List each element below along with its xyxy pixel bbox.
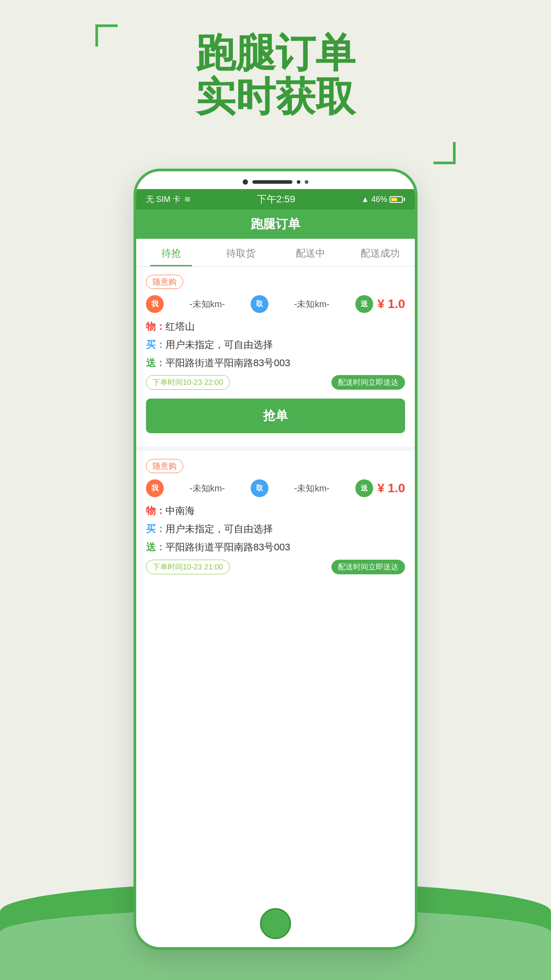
order-time-badge-1: 下单时间10-23 22:00: [146, 375, 230, 390]
carrier-text: 无 SIM 卡: [146, 194, 181, 205]
phone-speaker: [252, 180, 292, 184]
battery-icon: [390, 196, 405, 203]
route-distance2-1: -未知km-: [273, 298, 351, 310]
tab-bar[interactable]: 待抢 待取货 配送中 配送成功: [136, 239, 415, 267]
grab-btn-1[interactable]: 抢单: [146, 399, 405, 433]
location-icon: ▲: [361, 195, 369, 204]
goods-value-2: 中南海: [165, 504, 405, 518]
phone-notch: [136, 171, 415, 189]
route-distance2-2: -未知km-: [273, 482, 351, 494]
buy-value-2: 用户未指定，可自由选择: [165, 522, 405, 536]
order-list: 随意购 我 -未知km- 取 -未知km- 送 ¥ 1.0 物： 红塔山: [136, 267, 415, 593]
order-tag-1: 随意购: [146, 275, 183, 289]
status-right: ▲ 46%: [361, 195, 405, 204]
tab-delivering[interactable]: 配送中: [276, 239, 345, 266]
hero-title-line2: 实时获取: [0, 75, 551, 119]
app-title: 跑腿订单: [251, 217, 300, 231]
battery-pct: 46%: [371, 195, 387, 204]
buy-value-1: 用户未指定，可自由选择: [165, 338, 405, 352]
route-distance1-2: -未知km-: [168, 482, 246, 494]
phone-side-btn-right2: [415, 367, 417, 393]
tab-waiting-pick[interactable]: 待取货: [206, 239, 276, 266]
status-left: 无 SIM 卡 ≋: [146, 194, 191, 205]
route-icon-pick-1: 取: [251, 295, 268, 313]
route-price-2: ¥ 1.0: [378, 481, 405, 495]
goods-label-2: 物：: [146, 504, 165, 518]
order-time-badge-2: 下单时间10-23 21:00: [146, 560, 230, 574]
app-header: 跑腿订单: [136, 209, 415, 239]
buy-label-1: 买：: [146, 338, 165, 352]
route-icon-deliver-2: 送: [355, 479, 373, 497]
route-distance1-1: -未知km-: [168, 298, 246, 310]
send-label-2: 送：: [146, 541, 165, 554]
tab-waiting-grab[interactable]: 待抢: [136, 239, 206, 266]
phone-dot2: [305, 180, 308, 184]
phone-side-btn-left: [134, 340, 136, 380]
send-value-2: 平阳路街道平阳南路83号003: [165, 541, 405, 554]
route-price-1: ¥ 1.0: [378, 297, 405, 311]
route-icon-me-1: 我: [146, 295, 164, 313]
goods-row-1: 物： 红塔山: [146, 320, 405, 334]
delivery-time-badge-2: 配送时间立即送达: [331, 560, 405, 574]
card-separator: [136, 447, 415, 451]
goods-row-2: 物： 中南海: [146, 504, 405, 518]
phone-home-button[interactable]: [260, 908, 291, 939]
tab-delivered[interactable]: 配送成功: [345, 239, 415, 266]
status-time: 下午2:59: [257, 193, 295, 206]
route-info-1: 我 -未知km- 取 -未知km- 送 ¥ 1.0: [146, 295, 405, 313]
delivery-time-badge-1: 配送时间立即送达: [331, 375, 405, 390]
buy-row-2: 买： 用户未指定，可自由选择: [146, 522, 405, 536]
wifi-icon: ≋: [184, 194, 191, 204]
order-tag-2: 随意购: [146, 459, 183, 473]
buy-row-1: 买： 用户未指定，可自由选择: [146, 338, 405, 352]
battery-tip: [404, 198, 405, 201]
battery-body: [390, 196, 403, 203]
hero-title: 跑腿订单 实时获取: [0, 31, 551, 119]
phone-dot1: [297, 180, 300, 184]
send-label-1: 送：: [146, 356, 165, 370]
order-card-2: 随意购 我 -未知km- 取 -未知km- 送 ¥ 1.0 物： 中南海: [136, 451, 415, 587]
status-bar: 无 SIM 卡 ≋ 下午2:59 ▲ 46%: [136, 189, 415, 209]
phone-side-btn-right: [415, 327, 417, 353]
send-row-2: 送： 平阳路街道平阳南路83号003: [146, 541, 405, 554]
phone-mockup: 无 SIM 卡 ≋ 下午2:59 ▲ 46% 跑腿订单 待抢 待取货 配送中: [134, 169, 417, 950]
send-row-1: 送： 平阳路街道平阳南路83号003: [146, 356, 405, 370]
route-info-2: 我 -未知km- 取 -未知km- 送 ¥ 1.0: [146, 479, 405, 497]
bracket-bottom-right: [433, 142, 456, 164]
route-icon-pick-2: 取: [251, 479, 268, 497]
battery-fill: [391, 198, 397, 201]
phone-camera: [243, 179, 248, 185]
order-card-1: 随意购 我 -未知km- 取 -未知km- 送 ¥ 1.0 物： 红塔山: [136, 267, 415, 441]
route-icon-deliver-1: 送: [355, 295, 373, 313]
hero-title-line1: 跑腿订单: [0, 31, 551, 75]
time-badges-2: 下单时间10-23 21:00 配送时间立即送达: [146, 560, 405, 574]
goods-value-1: 红塔山: [165, 320, 405, 334]
time-badges-1: 下单时间10-23 22:00 配送时间立即送达: [146, 375, 405, 390]
send-value-1: 平阳路街道平阳南路83号003: [165, 356, 405, 370]
buy-label-2: 买：: [146, 522, 165, 536]
goods-label-1: 物：: [146, 320, 165, 333]
route-icon-me-2: 我: [146, 479, 164, 497]
